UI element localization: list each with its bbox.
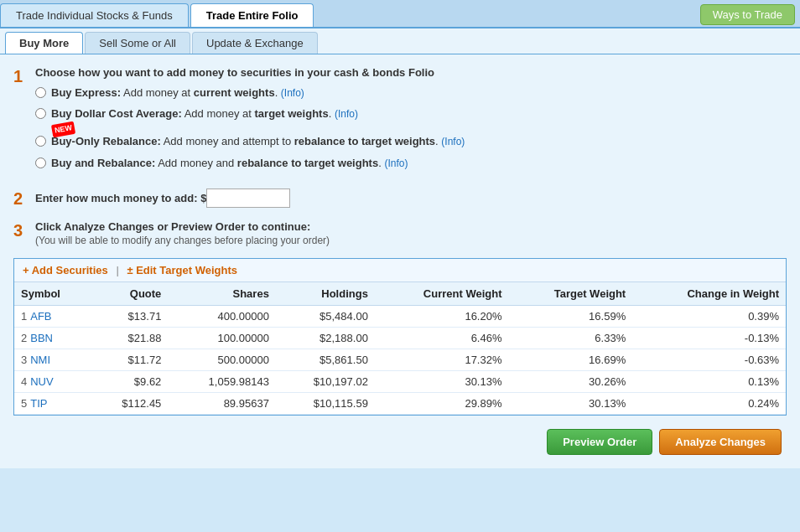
col-header-holdings: Holdings	[276, 282, 375, 306]
cell-shares: 400.00000	[168, 305, 276, 327]
step-2: 2 Enter how much money to add: $	[13, 189, 787, 209]
col-header-change-in-weight: Change in Weight	[632, 282, 786, 306]
cell-symbol: 3NMI	[14, 349, 91, 370]
table-row: 5TIP $112.45 89.95637 $10,115.59 29.89% …	[14, 392, 786, 414]
cell-target-weight: 30.26%	[509, 370, 633, 392]
step-3-title: Click Analyze Changes or Preview Order t…	[35, 220, 787, 233]
cell-current-weight: 29.89%	[375, 392, 509, 414]
label-buy-and-rebalance: Buy and Rebalance: Add money and rebalan…	[51, 156, 408, 171]
cell-change-in-weight: 0.24%	[632, 392, 786, 414]
cell-holdings: $5,484.00	[276, 305, 375, 327]
table-body: 1AFB $13.71 400.00000 $5,484.00 16.20% 1…	[14, 305, 786, 414]
main-content: 1 Choose how you want to add money to se…	[0, 54, 800, 468]
tab-sell-some-or-all[interactable]: Sell Some or All	[85, 32, 190, 54]
table-row: 4NUV $9.62 1,059.98143 $10,197.02 30.13%…	[14, 370, 786, 392]
info-link-buy-dca[interactable]: (Info)	[335, 108, 358, 120]
cell-shares: 89.95637	[168, 392, 276, 414]
sub-tab-bar: Buy More Sell Some or All Update & Excha…	[0, 28, 800, 54]
step-3: 3 Click Analyze Changes or Preview Order…	[13, 220, 787, 246]
tab-buy-more[interactable]: Buy More	[5, 32, 83, 54]
table-row: 3NMI $11.72 500.00000 $5,861.50 17.32% 1…	[14, 349, 786, 370]
cell-change-in-weight: 0.13%	[632, 370, 786, 392]
action-separator: |	[116, 264, 118, 276]
table-header: Symbol Quote Shares Holdings Current Wei…	[14, 282, 786, 306]
cell-holdings: $2,188.00	[276, 327, 375, 349]
ticker-link[interactable]: NUV	[30, 375, 53, 388]
cell-holdings: $10,115.59	[276, 392, 375, 414]
cell-quote: $9.62	[91, 370, 169, 392]
cell-change-in-weight: -0.63%	[632, 349, 786, 370]
cell-target-weight: 6.33%	[509, 327, 633, 349]
label-buy-only-rebalance: NEW Buy-Only Rebalance: Add money and at…	[51, 134, 465, 149]
cell-symbol: 5TIP	[14, 392, 91, 414]
header-row: Symbol Quote Shares Holdings Current Wei…	[14, 282, 786, 306]
option-buy-and-rebalance: Buy and Rebalance: Add money and rebalan…	[35, 156, 787, 171]
ways-to-trade-button[interactable]: Ways to Trade	[700, 4, 795, 25]
cell-change-in-weight: 0.39%	[632, 305, 786, 327]
step-1-content: Choose how you want to add money to secu…	[35, 66, 787, 177]
cell-current-weight: 17.32%	[375, 349, 509, 370]
cell-quote: $112.45	[91, 392, 169, 414]
cell-target-weight: 16.59%	[509, 305, 633, 327]
preview-order-button[interactable]: Preview Order	[547, 429, 652, 455]
cell-current-weight: 30.13%	[375, 370, 509, 392]
tab-trade-entire-folio[interactable]: Trade Entire Folio	[190, 3, 314, 27]
tab-trade-individual[interactable]: Trade Individual Stocks & Funds	[0, 3, 189, 27]
cell-symbol: 2BBN	[14, 327, 91, 349]
analyze-changes-button[interactable]: Analyze Changes	[659, 429, 782, 455]
step-2-content: Enter how much money to add: $	[35, 189, 787, 208]
ticker-link[interactable]: NMI	[30, 354, 50, 366]
cell-shares: 1,059.98143	[168, 370, 276, 392]
cell-quote: $21.88	[91, 327, 169, 349]
info-link-buy-express[interactable]: (Info)	[281, 87, 304, 99]
securities-table-section: + Add Securities | ± Edit Target Weights…	[13, 258, 787, 416]
radio-buy-express[interactable]	[35, 87, 46, 98]
cell-holdings: $5,861.50	[276, 349, 375, 370]
edit-target-weights-link[interactable]: ± Edit Target Weights	[127, 264, 237, 276]
add-securities-link[interactable]: + Add Securities	[23, 264, 108, 276]
step-2-number: 2	[13, 189, 29, 209]
step-1-title: Choose how you want to add money to secu…	[35, 66, 787, 79]
col-header-current-weight: Current Weight	[375, 282, 509, 306]
cell-shares: 500.00000	[168, 349, 276, 370]
option-buy-dca: Buy Dollar Cost Average: Add money at ta…	[35, 106, 787, 121]
new-badge: NEW	[51, 121, 75, 137]
table-row: 1AFB $13.71 400.00000 $5,484.00 16.20% 1…	[14, 305, 786, 327]
tab-update-exchange[interactable]: Update & Exchange	[192, 32, 318, 54]
table-actions-bar: + Add Securities | ± Edit Target Weights	[14, 259, 786, 282]
radio-buy-only-rebalance[interactable]	[35, 136, 46, 147]
cell-current-weight: 16.20%	[375, 305, 509, 327]
cell-current-weight: 6.46%	[375, 327, 509, 349]
money-label: Enter how much money to add: $	[35, 192, 206, 204]
bottom-button-bar: Preview Order Analyze Changes	[13, 422, 787, 460]
info-link-buy-and-rebalance[interactable]: (Info)	[384, 158, 408, 169]
cell-target-weight: 16.69%	[509, 349, 633, 370]
cell-symbol: 1AFB	[14, 305, 91, 327]
ticker-link[interactable]: TIP	[30, 397, 47, 410]
col-header-symbol: Symbol	[14, 282, 91, 306]
ticker-link[interactable]: AFB	[30, 310, 51, 323]
radio-buy-dca[interactable]	[35, 108, 46, 119]
label-buy-express: Buy Express: Add money at current weight…	[51, 85, 304, 101]
step-3-content: Click Analyze Changes or Preview Order t…	[35, 220, 787, 246]
info-link-buy-only-rebalance[interactable]: (Info)	[441, 136, 465, 147]
cell-symbol: 4NUV	[14, 370, 91, 392]
col-header-quote: Quote	[91, 282, 169, 306]
col-header-shares: Shares	[168, 282, 276, 306]
label-buy-dca: Buy Dollar Cost Average: Add money at ta…	[51, 106, 358, 121]
option-buy-express: Buy Express: Add money at current weight…	[35, 85, 787, 101]
table-row: 2BBN $21.88 100.00000 $2,188.00 6.46% 6.…	[14, 327, 786, 349]
ticker-link[interactable]: BBN	[30, 332, 53, 344]
cell-target-weight: 30.13%	[509, 392, 633, 414]
money-input[interactable]	[206, 189, 290, 208]
cell-shares: 100.00000	[168, 327, 276, 349]
step-3-number: 3	[13, 220, 29, 240]
step-3-subtitle: (You will be able to modify any changes …	[35, 235, 787, 246]
option-buy-only-rebalance: NEW Buy-Only Rebalance: Add money and at…	[35, 127, 787, 149]
step-1: 1 Choose how you want to add money to se…	[13, 66, 787, 177]
col-header-target-weight: Target Weight	[509, 282, 633, 306]
money-row: Enter how much money to add: $	[35, 189, 787, 208]
new-badge-wrapper: NEW	[52, 121, 77, 136]
cell-quote: $11.72	[91, 349, 169, 370]
radio-buy-and-rebalance[interactable]	[35, 158, 46, 168]
